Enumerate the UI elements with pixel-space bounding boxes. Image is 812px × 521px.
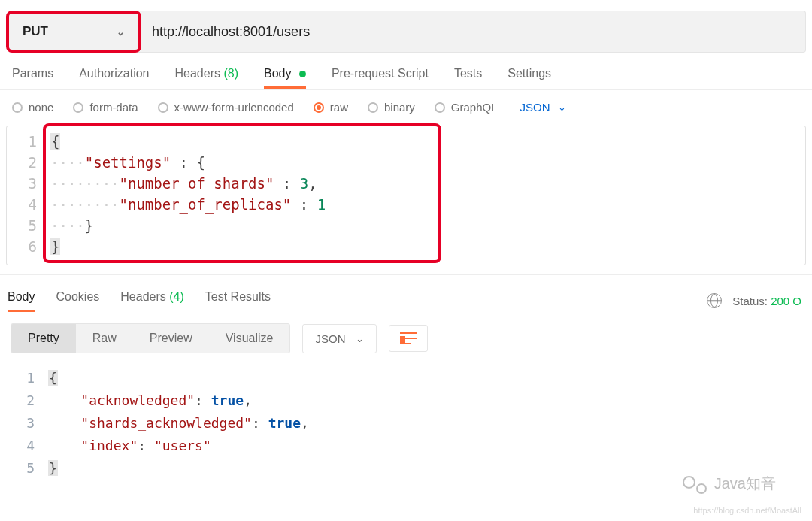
body-type-row: none form-data x-www-form-urlencoded raw… [0, 90, 812, 126]
chevron-down-icon: ⌄ [356, 333, 364, 344]
wrap-lines-button[interactable] [389, 325, 428, 352]
tab-params[interactable]: Params [12, 67, 53, 88]
response-view-tabs: Pretty Raw Preview Visualize [11, 323, 290, 353]
request-body-editor[interactable]: 1{ 2····"settings" : { 3········"number_… [6, 126, 806, 265]
wechat-icon [683, 474, 707, 494]
view-pretty[interactable]: Pretty [11, 324, 76, 353]
tab-body[interactable]: Body [264, 67, 306, 88]
view-visualize[interactable]: Visualize [209, 324, 290, 353]
radio-formdata[interactable]: form-data [73, 101, 138, 114]
resp-tab-headers[interactable]: Headers (4) [120, 290, 184, 311]
chevron-down-icon: ⌄ [117, 26, 125, 38]
response-body[interactable]: 1{ 2 "acknowledged": true, 3 "shards_ack… [0, 353, 812, 480]
radio-none[interactable]: none [12, 101, 53, 114]
chevron-down-icon: ⌄ [558, 101, 566, 113]
wrap-icon [400, 332, 417, 345]
body-modified-dot [299, 71, 306, 77]
watermark: Java知音 [683, 474, 776, 494]
resp-tab-testresults[interactable]: Test Results [205, 290, 271, 311]
tab-headers[interactable]: Headers (8) [175, 67, 239, 88]
resp-tab-cookies[interactable]: Cookies [56, 290, 99, 311]
url-text: http://localhost:8001/users [152, 24, 310, 40]
http-method-label: PUT [23, 24, 48, 39]
response-lang-select[interactable]: JSON⌄ [302, 324, 377, 353]
tab-prerequest[interactable]: Pre-request Script [332, 67, 429, 88]
response-status: Status: 200 O [707, 293, 801, 308]
radio-graphql[interactable]: GraphQL [435, 101, 498, 114]
globe-icon[interactable] [707, 293, 722, 308]
url-input[interactable]: http://localhost:8001/users [138, 11, 806, 53]
tab-tests[interactable]: Tests [454, 67, 482, 88]
headers-count: (8) [223, 67, 238, 80]
watermark-url: https://blog.csdn.net/MoastAll [693, 506, 801, 515]
view-raw[interactable]: Raw [76, 324, 133, 353]
tab-settings[interactable]: Settings [508, 67, 551, 88]
resp-tab-body[interactable]: Body [8, 290, 35, 311]
response-tabs: Body Cookies Headers (4) Test Results [8, 290, 271, 311]
body-lang-select[interactable]: JSON⌄ [520, 101, 566, 114]
tab-authorization[interactable]: Authorization [79, 67, 149, 88]
http-method-select[interactable]: PUT ⌄ [6, 11, 141, 53]
radio-raw[interactable]: raw [314, 101, 348, 114]
radio-urlencoded[interactable]: x-www-form-urlencoded [158, 101, 294, 114]
radio-binary[interactable]: binary [368, 101, 415, 114]
request-tabs: Params Authorization Headers (8) Body Pr… [0, 60, 812, 90]
view-preview[interactable]: Preview [133, 324, 209, 353]
